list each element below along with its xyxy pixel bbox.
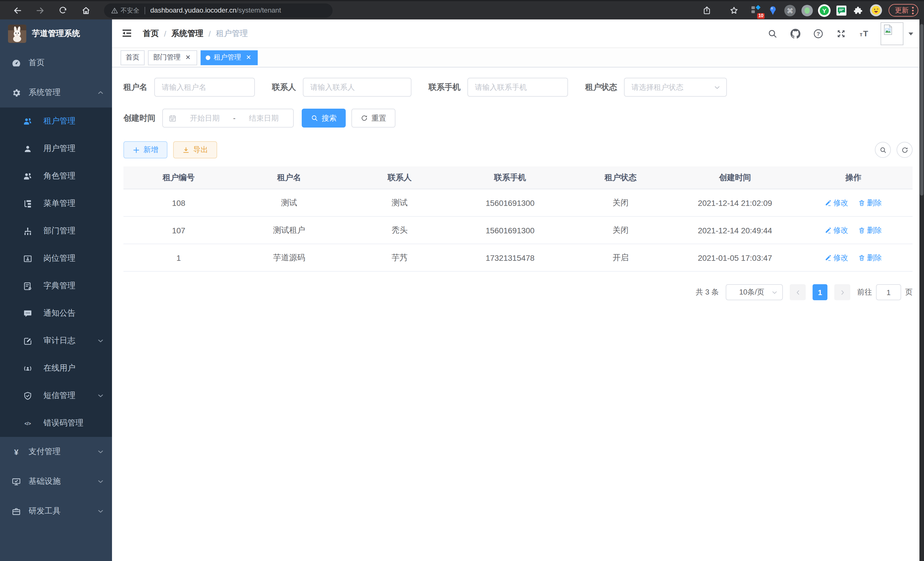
breadcrumb-separator: / <box>208 29 211 38</box>
caret-down-icon <box>908 28 914 39</box>
breadcrumb-item-首页[interactable]: 首页 <box>143 28 159 39</box>
tab-部门管理[interactable]: 部门管理 ✕ <box>148 50 197 65</box>
extension-blocks-icon[interactable]: 10 <box>749 4 762 17</box>
chevron-icon <box>97 448 104 455</box>
browser-menu-icon[interactable] <box>912 7 914 14</box>
fullscreen-icon[interactable] <box>835 27 848 40</box>
sidebar-toggle-icon[interactable] <box>121 27 134 40</box>
app-logo[interactable]: 芋道管理系统 <box>0 20 112 48</box>
tenant-name-input[interactable] <box>154 78 255 97</box>
bookmark-star-icon[interactable] <box>725 2 742 19</box>
role-users-icon <box>21 169 34 183</box>
toggle-search-button[interactable] <box>875 142 891 158</box>
extension-balloon-icon[interactable] <box>766 4 779 17</box>
sidebar-item-错误码管理[interactable]: 错误码管理 <box>0 409 112 437</box>
sidebar-item-支付管理[interactable]: 支付管理 <box>0 437 112 467</box>
sidebar-item-字典管理[interactable]: 字典管理 <box>0 272 112 300</box>
address-bar[interactable]: 不安全 dashboard.yudao.iocoder.cn/system/te… <box>104 3 333 17</box>
sidebar-item-角色管理[interactable]: 角色管理 <box>0 162 112 190</box>
browser-toolbar: 不安全 dashboard.yudao.iocoder.cn/system/te… <box>0 0 924 20</box>
tab-首页[interactable]: 首页 <box>121 50 145 65</box>
profile-emoji-icon[interactable] <box>869 4 882 17</box>
sidebar-item-研发工具[interactable]: 研发工具 <box>0 496 112 526</box>
status-label: 租户状态 <box>585 82 617 92</box>
header-search-icon[interactable] <box>766 27 779 40</box>
url-path: /system/tenant <box>237 6 281 14</box>
extension-command-icon[interactable]: ⌘ <box>783 4 796 17</box>
edit-link[interactable]: 修改 <box>825 253 848 263</box>
table-header: 租户编号租户名联系人联系手机租户状态创建时间操作 <box>123 166 913 189</box>
user-icon <box>21 142 34 156</box>
site-security[interactable]: 不安全 <box>111 6 140 15</box>
avatar[interactable] <box>880 22 903 45</box>
edit-link[interactable]: 修改 <box>825 225 848 235</box>
sidebar-item-label: 首页 <box>28 58 104 68</box>
table-toolbar: 新增 导出 <box>123 141 913 158</box>
browser-reload-icon[interactable] <box>54 2 71 19</box>
sidebar-item-短信管理[interactable]: 短信管理 <box>0 382 112 409</box>
trash-icon <box>859 227 866 234</box>
sidebar-item-label: 系统管理 <box>28 87 97 98</box>
trash-icon <box>859 254 866 261</box>
sidebar-item-label: 字典管理 <box>44 281 104 291</box>
sidebar-item-系统管理[interactable]: 系统管理 <box>0 78 112 108</box>
contact-label: 联系人 <box>272 82 296 92</box>
extension-chat-icon[interactable] <box>835 4 848 17</box>
tab-租户管理[interactable]: 租户管理 ✕ <box>201 50 258 65</box>
jump-page-input[interactable] <box>876 284 901 300</box>
prev-page-button[interactable] <box>790 284 806 300</box>
app-title: 芋道管理系统 <box>32 29 80 39</box>
next-page-button[interactable] <box>834 284 850 300</box>
table-row: 1 芋道源码 芋艿 17321315478 开启 2021-01-05 17:0… <box>123 244 913 272</box>
sidebar-item-基础设施[interactable]: 基础设施 <box>0 467 112 496</box>
export-button[interactable]: 导出 <box>173 141 217 158</box>
page-scrollbar[interactable] <box>920 20 924 561</box>
sidebar-item-岗位管理[interactable]: 岗位管理 <box>0 245 112 272</box>
extension-y-logo-icon[interactable]: Y <box>818 4 831 17</box>
sidebar-item-通知公告[interactable]: 通知公告 <box>0 300 112 327</box>
edit-link[interactable]: 修改 <box>825 198 848 208</box>
sidebar-item-部门管理[interactable]: 部门管理 <box>0 217 112 245</box>
delete-link[interactable]: 删除 <box>859 198 882 208</box>
sidebar-item-菜单管理[interactable]: 菜单管理 <box>0 190 112 217</box>
cell-tenant-id: 108 <box>123 198 234 207</box>
close-icon[interactable]: ✕ <box>244 53 253 62</box>
extension-puzzle-icon[interactable] <box>852 4 865 17</box>
font-size-icon[interactable] <box>858 27 870 40</box>
date-separator: - <box>233 114 236 122</box>
breadcrumb-item-系统管理[interactable]: 系统管理 <box>171 28 203 39</box>
sidebar-item-在线用户[interactable]: 在线用户 <box>0 355 112 382</box>
browser-forward-icon[interactable] <box>32 2 49 19</box>
sidebar-item-首页[interactable]: 首页 <box>0 48 112 78</box>
close-icon[interactable]: ✕ <box>184 53 192 62</box>
sidebar-item-label: 研发工具 <box>28 506 97 516</box>
search-button[interactable]: 搜索 <box>302 109 346 128</box>
sidebar-item-审计日志[interactable]: 审计日志 <box>0 327 112 355</box>
reset-button[interactable]: 重置 <box>351 109 395 128</box>
pencil-icon <box>825 254 832 261</box>
help-icon[interactable] <box>812 27 825 40</box>
status-select[interactable]: 请选择租户状态 <box>624 78 727 97</box>
sidebar-item-用户管理[interactable]: 用户管理 <box>0 135 112 162</box>
browser-back-icon[interactable] <box>9 2 26 19</box>
contact-input[interactable] <box>303 78 411 97</box>
date-range-picker[interactable]: 开始日期 - 结束日期 <box>162 109 294 128</box>
refresh-table-button[interactable] <box>897 142 913 158</box>
infra-monitor-icon <box>9 475 23 488</box>
add-button[interactable]: 新增 <box>123 141 167 158</box>
delete-link[interactable]: 删除 <box>859 225 882 235</box>
cell-tenant-name: 芋道源码 <box>234 253 345 263</box>
share-icon[interactable] <box>698 2 716 19</box>
page-number-1[interactable]: 1 <box>813 284 827 300</box>
browser-home-icon[interactable] <box>77 2 94 19</box>
page-size-select[interactable]: 10条/页 <box>726 284 783 300</box>
user-menu[interactable] <box>880 22 914 45</box>
delete-link[interactable]: 删除 <box>859 253 882 263</box>
github-icon[interactable] <box>789 27 802 40</box>
svg-text:⌘: ⌘ <box>787 7 793 14</box>
browser-update-button[interactable]: 更新 <box>889 4 918 17</box>
extension-green-dot-icon[interactable] <box>801 4 814 17</box>
phone-input[interactable] <box>467 78 568 97</box>
download-icon <box>182 146 190 153</box>
sidebar-item-租户管理[interactable]: 租户管理 <box>0 108 112 135</box>
